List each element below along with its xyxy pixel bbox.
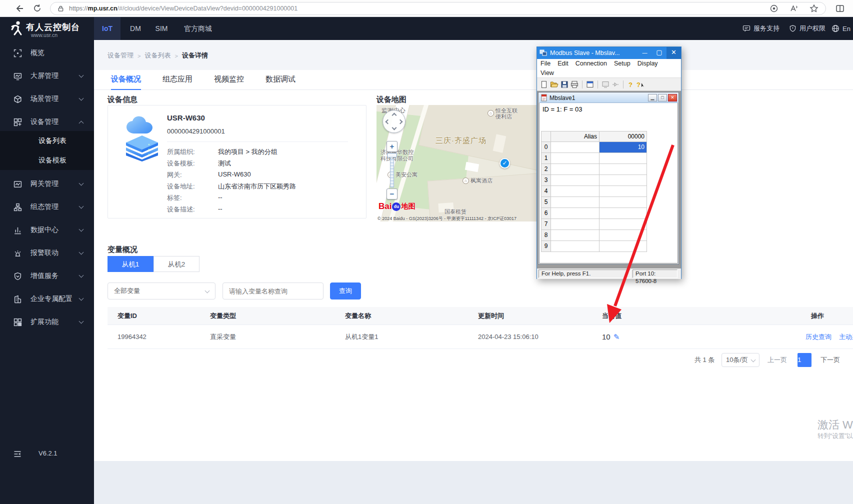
- sidebar-item-device[interactable]: 设备管理: [0, 113, 94, 131]
- pan-left-icon[interactable]: [386, 120, 390, 124]
- history-query-link[interactable]: 历史查询: [806, 325, 832, 349]
- poll-icon[interactable]: [602, 80, 610, 88]
- prev-page-button[interactable]: 上一页: [768, 353, 787, 367]
- register-cell[interactable]: [600, 186, 647, 197]
- zoom-slider-handle[interactable]: [387, 153, 397, 158]
- permissions-menu[interactable]: 用户权限: [789, 17, 826, 40]
- alias-cell[interactable]: [551, 186, 600, 197]
- map-pan-control[interactable]: [382, 110, 406, 133]
- slave2-tab[interactable]: 从机2: [154, 256, 200, 272]
- split-screen-icon[interactable]: [834, 2, 846, 14]
- sidebar-item-bigscreen[interactable]: 大屏管理: [0, 67, 94, 85]
- address-bar[interactable]: https://mp.usr.cn/#/cloud/device/ViewDev…: [50, 2, 826, 15]
- sidebar-item-config[interactable]: 组态管理: [0, 198, 94, 216]
- menu-display[interactable]: Display: [634, 59, 662, 68]
- register-cell[interactable]: [600, 230, 647, 241]
- zoom-in-button[interactable]: [386, 141, 398, 152]
- menu-file[interactable]: File: [537, 59, 554, 68]
- back-icon[interactable]: [13, 2, 25, 14]
- alias-cell[interactable]: [551, 164, 600, 175]
- help-icon[interactable]: ?: [627, 80, 634, 88]
- maximize-icon[interactable]: [652, 47, 666, 59]
- register-cell-selected[interactable]: 10: [600, 142, 647, 153]
- register-cell[interactable]: [600, 197, 647, 208]
- pan-right-icon[interactable]: [398, 120, 403, 124]
- language-switch[interactable]: En: [832, 17, 850, 40]
- variable-search-input[interactable]: [222, 282, 324, 300]
- alias-cell[interactable]: [551, 208, 600, 219]
- print-icon[interactable]: [570, 80, 578, 88]
- modbus-title-bar[interactable]: Modbus Slave - Mbslav...: [537, 47, 681, 59]
- geolocation-icon[interactable]: [770, 4, 778, 13]
- next-page-button[interactable]: 下一页: [820, 353, 840, 367]
- nav-tab-sim[interactable]: SIM: [150, 17, 173, 40]
- menu-view[interactable]: View: [537, 68, 558, 78]
- breadcrumb-device-mgmt[interactable]: 设备管理: [108, 51, 134, 60]
- alias-cell[interactable]: [551, 175, 600, 186]
- page-size-select[interactable]: 10条/页: [722, 353, 760, 367]
- nav-tab-dm[interactable]: DM: [125, 17, 146, 40]
- collapse-sidebar-icon[interactable]: [14, 450, 22, 458]
- modbus-slave-window[interactable]: Modbus Slave - Mbslav... FileEditConnect…: [536, 46, 682, 279]
- open-file-icon[interactable]: [550, 80, 558, 88]
- sidebar-item-gateway[interactable]: 网关管理: [0, 175, 94, 193]
- zoom-slider-track[interactable]: [390, 158, 394, 188]
- new-file-icon[interactable]: [540, 80, 548, 88]
- support-menu[interactable]: 服务支持: [742, 17, 780, 40]
- register-cell[interactable]: [600, 219, 647, 230]
- zoom-out-button[interactable]: [386, 188, 398, 200]
- sidebar-item-device-list[interactable]: 设备列表: [0, 131, 94, 150]
- register-cell[interactable]: [600, 241, 647, 252]
- register-cell[interactable]: [600, 208, 647, 219]
- search-button[interactable]: 查询: [330, 282, 361, 300]
- active-collect-link[interactable]: 主动采集: [839, 325, 853, 349]
- favorite-star-icon[interactable]: [810, 4, 818, 13]
- device-map[interactable]: 监测中心 ⌂ 恒全互联便利店 三庆·齐盛广场 济南振华数控科技有限公司 ⌂ 美安…: [376, 105, 536, 222]
- sidebar-item-vas[interactable]: 增值服务: [0, 267, 94, 285]
- variable-type-select[interactable]: 全部变量: [108, 282, 216, 300]
- child-close-icon[interactable]: [668, 94, 677, 102]
- minimize-icon[interactable]: [638, 47, 652, 59]
- pan-down-icon[interactable]: [392, 126, 397, 130]
- menu-setup[interactable]: Setup: [610, 59, 634, 68]
- device-location-marker[interactable]: ✓: [500, 158, 510, 168]
- mbslave1-child-window[interactable]: Mbslave1 ID = 1: F = 03 Alias 00000: [538, 92, 679, 264]
- page-1-button[interactable]: 1: [798, 353, 812, 367]
- sidebar-item-extensions[interactable]: 扩展功能: [0, 313, 94, 331]
- slave1-tab[interactable]: 从机1: [108, 256, 154, 272]
- read-aloud-icon[interactable]: [790, 4, 798, 13]
- nav-tab-iot[interactable]: IoT: [94, 17, 120, 40]
- close-icon[interactable]: [666, 47, 681, 59]
- register-cell[interactable]: [600, 153, 647, 164]
- sidebar-item-alarm[interactable]: 报警联动: [0, 244, 94, 262]
- alias-cell[interactable]: [551, 241, 600, 252]
- connection-icon[interactable]: [612, 80, 620, 88]
- sidebar-item-enterprise[interactable]: 企业专属配置: [0, 290, 94, 308]
- pan-up-icon[interactable]: [392, 113, 397, 118]
- child-minimize-icon[interactable]: [648, 94, 657, 102]
- sidebar-item-overview[interactable]: 概览: [0, 44, 94, 62]
- refresh-icon[interactable]: [31, 2, 43, 14]
- alias-cell[interactable]: [551, 197, 600, 208]
- alias-cell[interactable]: [551, 153, 600, 164]
- tab-configuration-app[interactable]: 组态应用: [162, 70, 192, 90]
- modbus-register-grid[interactable]: Alias 00000 010 1 2 3 4 5 6 7 8 9: [541, 131, 647, 252]
- alias-cell[interactable]: [551, 230, 600, 241]
- alias-cell[interactable]: [551, 219, 600, 230]
- register-cell[interactable]: [600, 175, 647, 186]
- breadcrumb-device-list[interactable]: 设备列表: [144, 51, 170, 60]
- tab-data-debug[interactable]: 数据调试: [266, 70, 296, 90]
- save-icon[interactable]: [560, 80, 568, 88]
- register-cell[interactable]: [600, 164, 647, 175]
- edit-value-icon[interactable]: [614, 332, 620, 341]
- menu-edit[interactable]: Edit: [554, 59, 572, 68]
- mbslave1-title-bar[interactable]: Mbslave1: [539, 93, 678, 103]
- tab-video-monitor[interactable]: 视频监控: [214, 70, 244, 90]
- display-setup-icon[interactable]: [586, 80, 594, 88]
- child-maximize-icon[interactable]: [658, 94, 667, 102]
- sidebar-item-device-template[interactable]: 设备模板: [0, 150, 94, 170]
- sidebar-item-scene[interactable]: 场景管理: [0, 90, 94, 108]
- nav-tab-mall[interactable]: 官方商城: [178, 17, 218, 40]
- sidebar-item-datacenter[interactable]: 数据中心: [0, 221, 94, 239]
- context-help-icon[interactable]: ?: [636, 80, 645, 88]
